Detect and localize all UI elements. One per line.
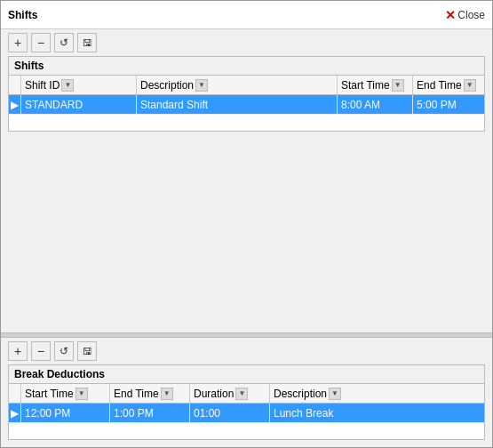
shifts-cell-end: 5:00 PM (413, 95, 484, 114)
title-bar: Shifts ✕ Close (1, 1, 492, 29)
break-indicator-header (9, 384, 21, 403)
shifts-sort-id[interactable]: ▼ (61, 79, 74, 92)
shifts-col-end-label: End Time (417, 79, 462, 92)
break-col-duration-label: Duration (194, 388, 234, 400)
shifts-sort-start[interactable]: ▼ (392, 79, 404, 92)
shifts-sort-end[interactable]: ▼ (464, 79, 476, 92)
shifts-cell-id: STANDARD (21, 95, 137, 114)
break-sort-start[interactable]: ▼ (76, 388, 88, 400)
shifts-window: Shifts ✕ Close + − ↺ 🖫 Shifts (0, 0, 493, 448)
shifts-grid-header: Shift ID ▼ Description ▼ Start Time ▼ (9, 76, 484, 95)
shifts-add-button[interactable]: + (8, 33, 28, 52)
break-add-button[interactable]: + (8, 341, 28, 361)
break-col-start-label: Start Time (25, 388, 74, 400)
shifts-col-desc-label: Description (140, 79, 194, 92)
break-remove-button[interactable]: − (31, 341, 51, 361)
shifts-row-indicator: ▶ (9, 95, 21, 114)
break-sort-end[interactable]: ▼ (161, 388, 173, 400)
shifts-grid: Shifts Shift ID ▼ Description ▼ Start Ti… (8, 56, 485, 132)
shifts-col-header-start: Start Time ▼ (338, 76, 413, 94)
break-col-header-duration: Duration ▼ (190, 384, 270, 403)
break-grid-body: ▶ 12:00 PM 1:00 PM 01:00 Lunch Break (9, 404, 484, 439)
break-cell-start: 12:00 PM (21, 404, 110, 422)
window-title: Shifts (8, 9, 37, 21)
shifts-section: + − ↺ 🖫 Shifts Shift ID ▼ Des (1, 29, 492, 332)
table-row[interactable]: ▶ 12:00 PM 1:00 PM 01:00 Lunch Break (9, 404, 484, 423)
close-button[interactable]: ✕ Close (445, 8, 485, 22)
break-toolbar: + − ↺ 🖫 (1, 338, 492, 364)
break-sort-desc[interactable]: ▼ (329, 388, 341, 400)
shifts-grid-title: Shifts (9, 57, 484, 76)
shifts-col-header-desc: Description ▼ (137, 76, 338, 94)
shifts-save-button[interactable]: 🖫 (77, 33, 97, 52)
close-x-icon: ✕ (445, 8, 456, 22)
shifts-toolbar: + − ↺ 🖫 (1, 29, 492, 56)
close-label: Close (457, 9, 485, 21)
break-grid: Break Deductions Start Time ▼ End Time ▼… (8, 364, 485, 440)
break-cell-desc: Lunch Break (270, 404, 484, 422)
shifts-remove-button[interactable]: − (31, 33, 51, 52)
shifts-grid-area: Shifts Shift ID ▼ Description ▼ Start Ti… (1, 56, 492, 332)
table-row[interactable]: ▶ STANDARD Standard Shift 8:00 AM 5:00 P… (9, 95, 484, 115)
break-col-desc-label: Description (274, 388, 327, 400)
shifts-col-start-label: Start Time (341, 79, 390, 92)
shifts-col-header-end: End Time ▼ (413, 76, 484, 94)
break-undo-button[interactable]: ↺ (54, 341, 74, 361)
shifts-cell-start: 8:00 AM (338, 95, 413, 114)
shifts-cell-desc: Standard Shift (137, 95, 338, 114)
title-text: Shifts (8, 9, 37, 21)
break-cell-duration: 01:00 (190, 404, 270, 422)
break-grid-header: Start Time ▼ End Time ▼ Duration ▼ Descr… (9, 384, 484, 404)
shifts-undo-button[interactable]: ↺ (54, 33, 74, 52)
break-col-header-desc: Description ▼ (270, 384, 484, 403)
shifts-indicator-header (9, 76, 21, 94)
break-grid-title: Break Deductions (9, 365, 484, 384)
break-col-end-label: End Time (114, 388, 159, 400)
break-col-header-end: End Time ▼ (110, 384, 190, 403)
shifts-col-header-id: Shift ID ▼ (21, 76, 137, 94)
shifts-col-id-label: Shift ID (25, 79, 60, 92)
break-col-header-start: Start Time ▼ (21, 384, 110, 403)
break-cell-end: 1:00 PM (110, 404, 190, 422)
main-content: + − ↺ 🖫 Shifts Shift ID ▼ Des (1, 29, 492, 447)
shifts-sort-desc[interactable]: ▼ (195, 79, 208, 92)
shifts-grid-body: ▶ STANDARD Standard Shift 8:00 AM 5:00 P… (9, 95, 484, 131)
break-save-button[interactable]: 🖫 (77, 341, 97, 361)
break-section: + − ↺ 🖫 Break Deductions Start Time ▼ En… (1, 338, 492, 447)
break-row-indicator: ▶ (9, 404, 21, 422)
break-sort-duration[interactable]: ▼ (235, 388, 248, 400)
